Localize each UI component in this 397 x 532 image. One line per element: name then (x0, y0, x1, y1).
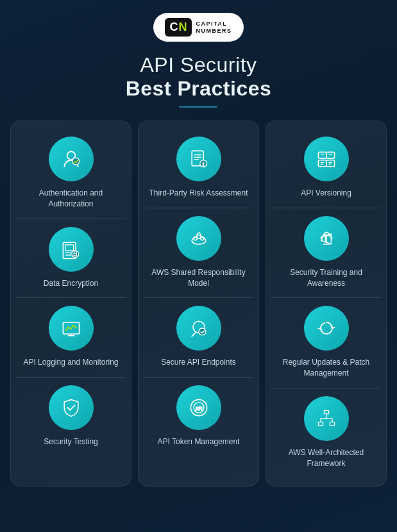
column-2: ! Third-Party Risk Assessment AWS Shared… (138, 121, 259, 486)
svg-rect-27 (326, 160, 335, 167)
logging-icon (60, 317, 83, 340)
auth-label: Authentication and Authorization (20, 188, 122, 210)
svg-rect-36 (324, 410, 328, 413)
page-title: API Security Best Practices (126, 53, 272, 101)
api-token-icon: API (187, 396, 210, 419)
svg-text:API: API (195, 406, 202, 411)
aws-shared-icon-circle (176, 216, 221, 261)
security-testing-icon-circle (49, 385, 94, 430)
updates-icon (315, 317, 338, 340)
api-token-label: API Token Management (158, 436, 240, 447)
encryption-icon-circle (49, 227, 94, 272)
third-party-icon-circle: ! (176, 137, 221, 181)
card-aws-shared: AWS Shared Responsibility Model (144, 208, 253, 299)
svg-text:!: ! (202, 162, 204, 167)
column-1: Authentication and Authorization Data En… (10, 121, 131, 486)
third-party-icon: ! (187, 147, 210, 170)
versioning-icon (315, 147, 338, 170)
training-icon-circle (304, 216, 349, 261)
card-third-party: ! Third-Party Risk Assessment (144, 129, 253, 208)
svg-rect-24 (318, 152, 326, 158)
third-party-label: Third-Party Risk Assessment (149, 188, 248, 199)
card-auth: Authentication and Authorization (16, 129, 126, 219)
card-versioning: API Versioning (271, 129, 381, 208)
svg-rect-37 (318, 422, 323, 425)
card-security-testing: Security Testing (16, 378, 126, 456)
card-secure-api: Secure API Endpoints (144, 298, 253, 378)
secure-api-icon (187, 317, 210, 340)
card-encryption: Data Encryption (16, 219, 126, 299)
updates-label: Regular Updates & Patch Management (275, 357, 377, 379)
auth-icon (60, 147, 83, 170)
card-logging: API Logging and Monitoring (16, 298, 126, 378)
well-architected-label: AWS Well-Architected Framework (275, 447, 377, 469)
logging-icon-circle (49, 306, 94, 351)
secure-api-icon-circle (176, 306, 221, 351)
api-token-icon-circle: API (176, 385, 221, 430)
encryption-label: Data Encryption (44, 278, 98, 289)
company-name-top: CAPITAL (196, 21, 232, 28)
encryption-icon (60, 238, 83, 261)
versioning-icon-circle (304, 137, 349, 181)
svg-point-6 (71, 250, 78, 257)
versioning-label: API Versioning (301, 188, 351, 199)
company-name-bottom: NUMBERS (196, 28, 232, 35)
security-testing-icon (60, 396, 83, 419)
secure-api-label: Secure API Endpoints (161, 357, 236, 368)
auth-icon-circle (49, 137, 94, 181)
svg-rect-25 (326, 152, 335, 158)
training-icon (315, 227, 338, 250)
svg-point-18 (197, 235, 200, 238)
card-updates: Regular Updates & Patch Management (271, 298, 381, 388)
title-underline (179, 106, 217, 108)
column-3: API Versioning Security Training and (266, 121, 387, 486)
svg-point-1 (72, 158, 79, 165)
grid-container: Authentication and Authorization Data En… (10, 121, 387, 486)
svg-rect-26 (318, 160, 326, 167)
logo: CN CAPITAL NUMBERS (153, 13, 243, 42)
aws-shared-label: AWS Shared Responsibility Model (148, 267, 249, 289)
logo-icon: CN (165, 18, 192, 37)
card-training: Security Training and Awareness (271, 208, 381, 299)
title-section: API Security Best Practices (126, 53, 272, 108)
logo-text: CAPITAL NUMBERS (196, 21, 232, 35)
svg-point-20 (199, 328, 206, 335)
card-api-token: API API Token Management (144, 378, 253, 456)
svg-rect-38 (330, 422, 334, 425)
updates-icon-circle (304, 306, 349, 351)
security-testing-label: Security Testing (44, 436, 98, 447)
well-architected-icon-circle (304, 396, 349, 441)
training-label: Security Training and Awareness (275, 267, 377, 289)
card-well-architected: AWS Well-Architected Framework (271, 388, 381, 478)
logging-label: API Logging and Monitoring (23, 357, 118, 368)
svg-rect-3 (65, 244, 74, 250)
well-architected-icon (315, 407, 338, 430)
aws-shared-icon (187, 227, 210, 250)
